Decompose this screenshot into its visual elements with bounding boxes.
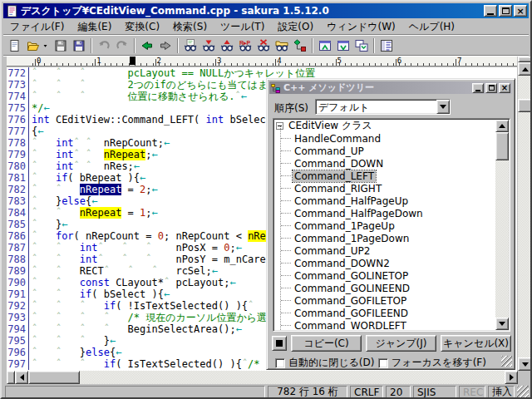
grep-icon (275, 39, 288, 52)
vertical-scrollbar[interactable] (518, 57, 532, 371)
tree-scroll-up-button[interactable] (495, 120, 509, 132)
save-as-button[interactable] (70, 37, 88, 54)
dialog-title-bar[interactable]: C++ メソッドツリー × (269, 81, 512, 94)
scroll-left-button[interactable] (15, 371, 28, 384)
tree-item[interactable]: Command_WORDLEFT (274, 319, 495, 330)
outline-tree-button[interactable] (377, 37, 396, 54)
tree-item[interactable]: Command_RIGHT (274, 182, 495, 195)
line-number: 782 (7, 184, 28, 195)
move-focus-checkbox[interactable]: フォーカスを移す(F) (378, 356, 486, 370)
ruler-number: 3 (217, 57, 221, 65)
auto-close-checkbox[interactable]: 自動的に閉じる(D) (275, 356, 374, 370)
split-box-horizontal[interactable] (7, 371, 15, 384)
order-combobox[interactable]: デフォルト (315, 99, 451, 115)
tree-item[interactable]: Command_GOLINEEND (274, 282, 495, 294)
tree-item-label: Command_HalfPageDown (293, 208, 425, 219)
menu-item-o[interactable]: 設定(O) (271, 18, 320, 36)
tag-jump-button[interactable] (316, 37, 334, 54)
menu-item-t[interactable]: ツール(T) (214, 18, 271, 36)
tree-item[interactable]: Command_GOFILETOP (274, 294, 495, 307)
menu-item-e[interactable]: 編集(E) (71, 18, 118, 36)
menu-item-f[interactable]: ファイル(F) (3, 18, 71, 36)
jump-button[interactable]: ジャンプ(J) (366, 335, 436, 352)
new-file-button[interactable] (6, 37, 24, 54)
tree-item[interactable]: Command_HalfPageUp (274, 195, 495, 207)
title-bar[interactable]: デスクトップ¥CEditView_Command.cpp - sakura 1.… (3, 3, 529, 18)
stop-button[interactable] (272, 336, 287, 351)
redo-button[interactable] (113, 37, 131, 54)
scroll-up-button[interactable] (518, 62, 532, 76)
maximize-button[interactable] (499, 5, 512, 17)
code-text: ˆ ˆ ˆ }← (32, 335, 116, 347)
scroll-down-button[interactable] (518, 357, 532, 371)
tree-item[interactable]: Command_DOWN2 (274, 257, 495, 269)
dialog-resize-grip[interactable] (501, 356, 512, 367)
replace-button[interactable]: R▸P (236, 37, 254, 54)
tree-item[interactable]: Command_UP2 (274, 244, 495, 257)
tree-item[interactable]: Command_GOFILEEND (274, 307, 495, 319)
search-button[interactable] (181, 37, 200, 54)
vertical-scroll-thumb[interactable] (518, 99, 532, 112)
close-button[interactable]: × (514, 5, 527, 17)
window-compare-icon (355, 39, 368, 52)
menu-item-h[interactable]: ヘルプ(H) (402, 18, 461, 36)
tree-connector-line (281, 175, 291, 176)
tag-jump-icon (318, 39, 332, 52)
grep-button[interactable] (273, 37, 291, 54)
tree-item[interactable]: Command_1PageDown (274, 232, 495, 244)
tree-item[interactable]: Command_GOLINETOP (274, 269, 495, 282)
tree-connector-line (281, 325, 291, 326)
horizontal-scrollbar[interactable] (7, 371, 518, 384)
minimize-button[interactable] (484, 5, 497, 17)
open-file-button[interactable] (24, 37, 42, 54)
window-compare-button[interactable] (352, 37, 371, 54)
tree-connector-line (281, 138, 291, 139)
tree-item[interactable]: Command_1PageUp (274, 219, 495, 232)
search-clear-button[interactable] (254, 37, 273, 54)
search-icon (184, 39, 197, 52)
code-text: {← (32, 126, 43, 137)
checkbox-icon[interactable] (378, 358, 388, 368)
open-dropdown-button[interactable] (42, 37, 52, 54)
dialog-maximize-button[interactable] (485, 83, 497, 93)
tree-item[interactable]: HandleCommand (274, 132, 495, 145)
dialog-close-button[interactable]: × (499, 83, 510, 93)
tree-item[interactable]: Command_LEFT (274, 170, 495, 182)
tree-item[interactable]: Command_UP (274, 145, 495, 157)
code-text: ˆ ˆ }else{← (32, 347, 121, 358)
method-tree-list[interactable]: CEditView クラスHandleCommandCommand_UPComm… (273, 118, 510, 332)
cancel-button[interactable]: キャンセル(X) (441, 335, 511, 352)
tree-scrollbar[interactable] (495, 120, 509, 330)
outline-flow-button[interactable] (291, 37, 309, 54)
auto-close-label: 自動的に閉じる(D) (288, 356, 374, 370)
tree-root-item[interactable]: CEditView クラス (274, 120, 495, 132)
code-text: ˆ ˆ const CLayout*ˆ pcLayout;← (32, 277, 236, 288)
tree-item[interactable]: Command_HalfPageDown (274, 207, 495, 219)
tree-item[interactable]: Command_DOWN (274, 157, 495, 170)
menu-item-s[interactable]: 検索(S) (166, 18, 214, 36)
line-number: 775 (7, 102, 28, 114)
dialog-minimize-button[interactable] (472, 83, 484, 93)
search-prev-button[interactable] (218, 37, 236, 54)
tree-item-label: Command_GOFILEEND (293, 308, 410, 319)
ruler-tick (456, 59, 456, 66)
copy-button[interactable]: コピー(C) (291, 335, 362, 352)
window-resize-grip[interactable] (517, 386, 529, 398)
undo-button[interactable] (95, 37, 113, 54)
checkbox-icon[interactable] (275, 358, 285, 368)
save-button[interactable] (52, 37, 70, 54)
menu-item-c[interactable]: 変換(C) (118, 18, 166, 36)
tag-jump-back-button[interactable] (334, 37, 352, 54)
code-text: ˆ ˆ intˆ ˆ ˆ nPosX = 0;← (32, 242, 242, 254)
menu-item-w[interactable]: ウィンドウ(W) (320, 18, 402, 36)
combobox-dropdown-button[interactable] (436, 100, 450, 114)
horizontal-scroll-thumb[interactable] (28, 371, 80, 384)
search-next-button[interactable] (200, 37, 218, 54)
tree-scroll-down-button[interactable] (495, 318, 509, 330)
scroll-right-button[interactable] (505, 371, 518, 384)
tree-scroll-thumb[interactable] (495, 132, 509, 160)
jump-back-button[interactable] (138, 37, 156, 54)
split-box-vertical[interactable] (518, 57, 532, 62)
jump-forward-button[interactable] (156, 37, 175, 54)
tree-children: HandleCommandCommand_UPCommand_DOWNComma… (274, 132, 495, 330)
